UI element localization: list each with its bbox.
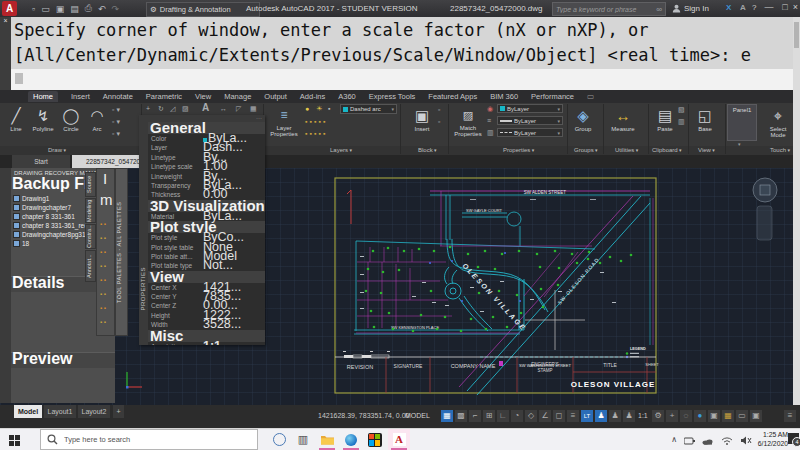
ribbon-tab-a360[interactable]: A360 — [338, 92, 356, 101]
ribbon-collapse-icon[interactable]: ▭ — [587, 92, 594, 101]
infer-constraints-icon[interactable]: ⌐ — [469, 410, 481, 422]
close-button[interactable]: × — [791, 0, 800, 15]
color-bylayer-dropdown[interactable]: ByLayer — [497, 104, 563, 113]
model-tab[interactable]: Model — [14, 405, 42, 418]
dynamic-input-icon[interactable]: ⊞ — [483, 410, 495, 422]
vertical-scrollbar[interactable] — [793, 17, 800, 405]
ribbon-tab-performance[interactable]: Performance — [531, 92, 574, 101]
tray-chevron-icon[interactable]: ∧ — [671, 435, 677, 444]
save-icon[interactable]: ▣ — [56, 4, 65, 14]
view-panel-label[interactable]: View — [698, 147, 715, 153]
graphics-performance-icon[interactable]: ● — [694, 410, 706, 422]
layer-tools-row-icon[interactable]: ▪▪▪▪▪ — [305, 118, 327, 126]
utilities-panel-label[interactable]: Utilities — [615, 147, 638, 153]
saveas-icon[interactable]: ▤ — [70, 4, 79, 14]
annotation-scale-label[interactable]: 1:1 — [638, 412, 648, 419]
group-button[interactable]: ◈Group — [570, 106, 596, 132]
lineweight-list-icon[interactable]: ≡ — [487, 117, 491, 125]
command-text-window[interactable]: Specify corner of window, enter a scale … — [11, 17, 793, 90]
network-icon[interactable] — [721, 431, 733, 449]
autodesk-app-icon[interactable]: A — [740, 3, 746, 12]
exchange-apps-icon[interactable]: X — [726, 3, 731, 12]
details-header[interactable]: Details — [12, 274, 64, 292]
recovery-panel-edge[interactable] — [0, 168, 11, 403]
signin-label[interactable]: Sign In — [684, 4, 709, 13]
edge-button[interactable] — [340, 429, 362, 450]
line-button[interactable]: ╱Line — [4, 106, 28, 132]
minimize-button[interactable]: — — [761, 0, 777, 15]
ribbon-tab-view[interactable]: View — [195, 92, 211, 101]
property-row[interactable]: MaterialByLa... — [148, 212, 265, 221]
property-row[interactable]: Plot table typeNot... — [148, 261, 265, 270]
undo-icon[interactable]: ↶ — [98, 4, 106, 14]
grid-icon[interactable]: ▦ — [441, 410, 453, 422]
preview-header[interactable]: Preview — [12, 350, 72, 368]
text-tool-icon[interactable]: A — [202, 104, 209, 112]
block-extra-icon[interactable]: ▫ — [438, 106, 440, 114]
properties-palette-grip[interactable]: PROPERTIES — [139, 115, 148, 345]
measure-button[interactable]: ↔Measure — [608, 106, 638, 132]
layer-properties-button[interactable]: ≡ Layer Properties — [268, 105, 300, 137]
recovery-item[interactable]: Drawingchapter7 — [13, 204, 71, 211]
properties-panel-label[interactable]: Properties — [503, 147, 534, 153]
polar-tracking-icon[interactable]: ◔ — [511, 410, 523, 422]
leader-icon[interactable]: ◸ — [236, 105, 241, 113]
customization-menu-icon[interactable]: ≡ — [784, 410, 796, 422]
annotation-monitor-icon[interactable]: + — [666, 410, 678, 422]
signin-person-icon[interactable] — [672, 4, 681, 15]
move-icon[interactable]: + — [146, 105, 150, 113]
trim-icon[interactable]: ◿ — [170, 105, 175, 113]
recovery-item[interactable]: 18 — [13, 240, 29, 247]
linetype-bylayer-dropdown[interactable]: ByLayer — [497, 128, 563, 137]
cortana-button[interactable] — [268, 429, 290, 450]
annotation-visibility-icon[interactable]: ♟ — [595, 410, 607, 422]
binoculars-icon[interactable]: ∞ — [653, 5, 665, 14]
palette-tab-annotation[interactable]: Annotat... — [85, 250, 96, 282]
scrollbar-thumb[interactable] — [794, 22, 799, 48]
lineweight-bylayer-dropdown[interactable]: ByLayer — [497, 116, 563, 125]
ribbon-tab-express[interactable]: Express Tools — [369, 92, 416, 101]
object-snap-tracking-icon[interactable]: ∠ — [539, 410, 551, 422]
base-button[interactable]: ◱Base — [692, 106, 718, 132]
new-icon[interactable]: ▫ — [32, 4, 35, 14]
ribbon-tab-annotate[interactable]: Annotate — [103, 92, 133, 101]
erase-icon[interactable]: ▨ — [182, 105, 189, 113]
properties-palette-toolbar[interactable]: ··· — [148, 115, 265, 122]
command-window-close-icon[interactable]: × — [3, 17, 7, 24]
volume-muted-icon[interactable] — [740, 431, 752, 449]
clipboard-panel-label[interactable]: Clipboard — [652, 147, 682, 153]
arc-button[interactable]: ◠Arc — [86, 106, 108, 132]
ortho-icon[interactable]: ∟ — [497, 410, 509, 422]
lineweight-icon[interactable]: ≡ — [567, 410, 579, 422]
property-row[interactable]: Thickness0.00 — [148, 190, 265, 199]
block-panel-label[interactable]: Block — [418, 147, 437, 153]
media-icon[interactable]: ▣ — [708, 410, 720, 422]
ribbon-tab-addins[interactable]: Add-ins — [300, 92, 325, 101]
palette-tab-modeling[interactable]: Modeling — [85, 198, 96, 223]
open-icon[interactable]: ▭ — [41, 4, 50, 14]
ribbon-tab-bim360[interactable]: BIM 360 — [490, 92, 518, 101]
ribbon-tab-insert[interactable]: Insert — [71, 92, 90, 101]
ribbon-tab-featured[interactable]: Featured Apps — [428, 92, 477, 101]
copy-icon[interactable]: ▥ — [678, 118, 685, 126]
help-icon[interactable]: ? — [752, 3, 756, 12]
panel1-dropdown-icon[interactable]: ▾ — [738, 141, 741, 147]
taskbar-search-input[interactable] — [62, 434, 257, 445]
rotate-icon[interactable]: ↻ — [158, 105, 164, 113]
layout1-tab[interactable]: Layout1 — [44, 405, 76, 418]
match-properties-button[interactable]: ▨Match Properties — [452, 105, 484, 137]
ribbon-tab-home[interactable]: Home — [28, 91, 58, 102]
redo-icon[interactable]: ↷ — [112, 4, 120, 14]
draw-extra-icon[interactable]: ▫ ▾ — [112, 130, 120, 138]
groups-panel-label[interactable]: Groups — [574, 147, 598, 153]
taskbar-search-box[interactable] — [40, 429, 258, 450]
select-mode-button[interactable]: ⌖Select Mode — [762, 106, 794, 138]
polyline-button[interactable]: ↯Polyline — [30, 106, 56, 132]
file-explorer-button[interactable] — [316, 429, 338, 450]
table-icon[interactable]: ▦ — [250, 105, 257, 113]
navigation-bar[interactable] — [757, 206, 772, 240]
isolate-objects-icon[interactable]: ◌ — [680, 410, 692, 422]
cut-icon[interactable]: ▧ — [678, 106, 685, 114]
transparency-icon[interactable]: LT — [581, 410, 593, 422]
help-search-box[interactable]: ∞ — [552, 2, 666, 16]
